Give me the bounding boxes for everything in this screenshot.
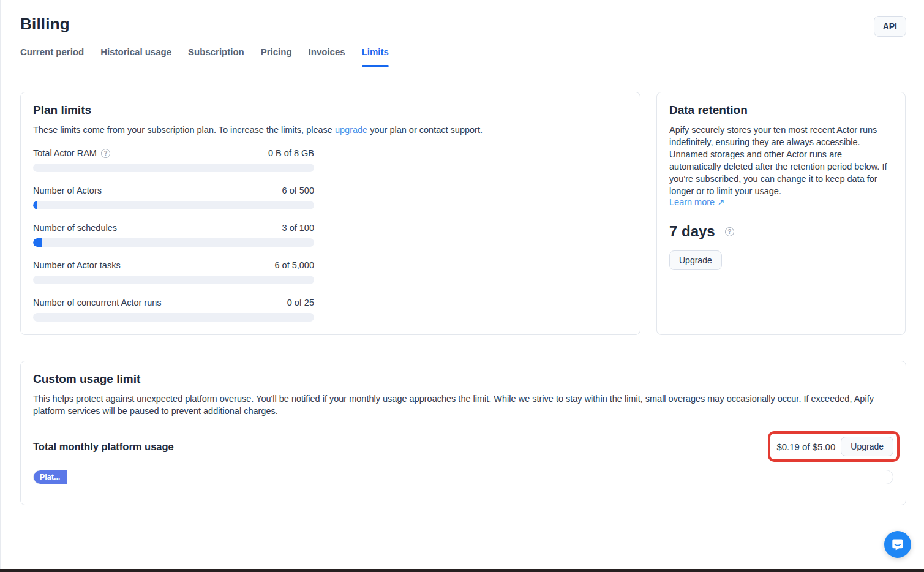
limit-label: Total Actor RAM [33, 148, 97, 158]
api-button[interactable]: API [874, 16, 906, 37]
usage-upgrade-button[interactable]: Upgrade [841, 437, 893, 456]
taskbar-edge [0, 569, 924, 572]
external-link-icon: ↗ [717, 197, 724, 207]
tab-subscription[interactable]: Subscription [188, 47, 244, 66]
progress-track [33, 238, 314, 247]
tab-pricing[interactable]: Pricing [261, 47, 292, 66]
top-cards-row: Plan limits These limits come from your … [20, 92, 906, 335]
limit-row-concurrent-actor-runs: Number of concurrent Actor runs 0 of 25 [33, 298, 314, 322]
learn-more-link[interactable]: Learn more ↗ [669, 197, 724, 207]
limit-value: 0 B of 8 GB [268, 148, 314, 158]
usage-row: Total monthly platform usage $0.19 of $5… [33, 431, 893, 462]
chat-launcher-button[interactable] [884, 531, 911, 558]
description-suffix: your plan or contact support. [367, 125, 483, 135]
limit-label: Number of schedules [33, 223, 117, 233]
tab-invoices[interactable]: Invoices [309, 47, 345, 66]
progress-track [33, 164, 314, 172]
usage-progress-fill: Plat... [34, 470, 67, 484]
limit-row-total-actor-ram: Total Actor RAM ? 0 B of 8 GB [33, 148, 314, 172]
limit-value: 6 of 5,000 [275, 260, 315, 270]
usage-highlight-annotation: $0.19 of $5.00 Upgrade [768, 431, 900, 462]
usage-value: $0.19 of $5.00 [776, 442, 835, 452]
limit-row-number-of-schedules: Number of schedules 3 of 100 [33, 223, 314, 247]
custom-usage-limit-card: Custom usage limit This helps protect ag… [20, 361, 906, 505]
plan-limits-card: Plan limits These limits come from your … [20, 92, 640, 335]
usage-segment-label: Plat... [40, 473, 60, 481]
limit-label: Number of Actor tasks [33, 260, 121, 270]
page-title: Billing [20, 0, 906, 34]
limit-value: 6 of 500 [282, 186, 314, 195]
data-retention-description: Apify securely stores your ten most rece… [669, 124, 893, 197]
help-icon[interactable]: ? [725, 227, 734, 236]
limit-row-number-of-actor-tasks: Number of Actor tasks 6 of 5,000 [33, 260, 314, 284]
tab-limits[interactable]: Limits [362, 47, 389, 66]
description-prefix: These limits come from your subscription… [33, 125, 335, 135]
custom-usage-title: Custom usage limit [33, 372, 893, 386]
progress-track [33, 201, 314, 209]
upgrade-link[interactable]: upgrade [335, 125, 367, 135]
help-icon[interactable]: ? [101, 149, 110, 158]
limit-label: Number of concurrent Actor runs [33, 298, 162, 307]
usage-progress-track: Plat... [33, 470, 893, 484]
data-retention-title: Data retention [669, 103, 893, 117]
limit-row-number-of-actors: Number of Actors 6 of 500 [33, 186, 314, 209]
tab-current-period[interactable]: Current period [20, 47, 84, 66]
retention-upgrade-button[interactable]: Upgrade [669, 250, 722, 270]
usage-label: Total monthly platform usage [33, 441, 174, 453]
plan-limit-rows: Total Actor RAM ? 0 B of 8 GB Number of … [33, 148, 314, 322]
retention-value-row: 7 days ? [669, 223, 893, 240]
tab-historical-usage[interactable]: Historical usage [100, 47, 171, 66]
limit-value: 0 of 25 [287, 298, 314, 307]
progress-fill [33, 238, 42, 247]
custom-usage-description: This helps protect against unexpected pl… [33, 393, 893, 417]
plan-limits-title: Plan limits [33, 103, 628, 117]
billing-page: Billing API Current period Historical us… [0, 0, 924, 572]
retention-value: 7 days [669, 223, 715, 240]
limit-label: Number of Actors [33, 186, 102, 195]
chat-bubble-icon [891, 538, 904, 551]
progress-track [33, 276, 314, 284]
progress-track [33, 313, 314, 322]
billing-tabs: Current period Historical usage Subscrip… [20, 47, 906, 66]
plan-limits-description: These limits come from your subscription… [33, 124, 628, 136]
progress-fill [33, 201, 37, 209]
data-retention-card: Data retention Apify securely stores you… [656, 92, 906, 335]
limit-value: 3 of 100 [282, 223, 314, 233]
